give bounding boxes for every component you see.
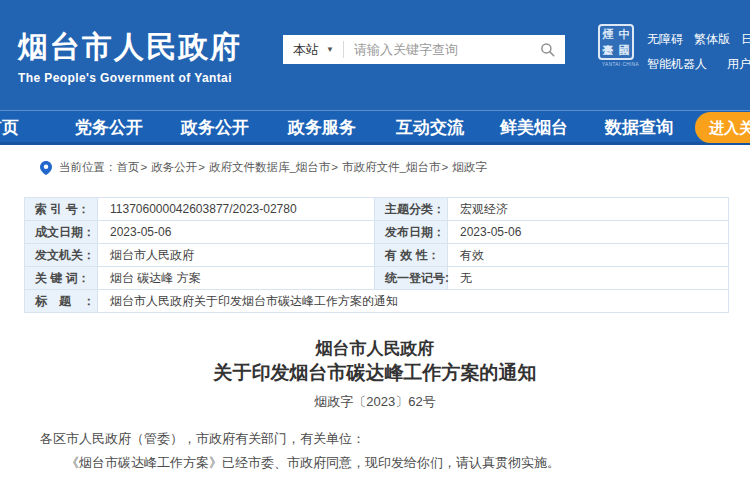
document-paragraph-salutation: 各区市人民政府（管委），市政府有关部门，有关单位： <box>40 427 720 451</box>
site-header: 烟台市人民政府 The People's Government of Yanta… <box>0 0 750 110</box>
breadcrumb-item-首页[interactable]: 首页 <box>117 161 140 173</box>
document-title-line1: 烟台市人民政府 <box>0 338 750 360</box>
meta-value: 有效 <box>448 244 729 267</box>
meta-value: 2023-05-06 <box>98 221 375 244</box>
meta-table-row: 索 引 号：113706000042603877/2023-02780主题分类：… <box>25 198 729 221</box>
site-subtitle: The People's Government of Yantai <box>18 71 242 85</box>
document-number: 烟政字〔2023〕62号 <box>0 393 750 411</box>
breadcrumb-items: 首页>政务公开>政府文件数据库_烟台市>市政府文件_烟台市>烟政字 <box>117 160 487 175</box>
meta-table-row: 发文机关：烟台市人民政府有 效 性：有效 <box>25 244 729 267</box>
nav-item-鲜美烟台[interactable]: 鲜美烟台 <box>500 110 568 145</box>
search-scope-label: 本站 <box>293 41 319 59</box>
breadcrumb: 当前位置： 首页>政务公开>政府文件数据库_烟台市>市政府文件_烟台市>烟政字 <box>40 160 487 175</box>
breadcrumb-separator: > <box>441 161 448 173</box>
meta-label: 标 题 ： <box>25 290 98 313</box>
search-bar: 本站 ▼ <box>283 35 565 64</box>
quick-link-智能机器人[interactable]: 智能机器人 <box>647 56 707 73</box>
seal-character: 臺 <box>600 42 616 58</box>
breadcrumb-separator: > <box>141 161 148 173</box>
meta-value: 烟台市人民政府关于印发烟台市碳达峰工作方案的通知 <box>98 290 729 313</box>
site-title: 烟台市人民政府 <box>18 27 242 68</box>
quick-links-row1: 无障碍繁体版日本语版 <box>647 31 750 48</box>
seal-caption: YANTAI·CHINA <box>602 62 630 67</box>
quick-links-row2: 智能机器人用户中心 <box>647 56 750 73</box>
meta-table: 索 引 号：113706000042603877/2023-02780主题分类：… <box>24 197 729 313</box>
nav-item-党务公开[interactable]: 党务公开 <box>75 110 143 145</box>
meta-label: 发文机关： <box>25 244 98 267</box>
breadcrumb-item-政府文件数据库_烟台市[interactable]: 政府文件数据库_烟台市 <box>209 161 330 173</box>
meta-value: 113706000042603877/2023-02780 <box>98 198 375 221</box>
breadcrumb-separator: > <box>198 161 205 173</box>
meta-label: 成文日期： <box>25 221 98 244</box>
meta-value: 烟台市人民政府 <box>98 244 375 267</box>
search-button[interactable] <box>536 42 565 57</box>
document-paragraph-main: 《烟台市碳达峰工作方案》已经市委、市政府同意，现印发给你们，请认真贯彻实施。 <box>40 451 720 475</box>
quick-link-无障碍[interactable]: 无障碍 <box>647 31 683 48</box>
yantai-china-seal-logo[interactable]: 煙中臺國 YANTAI·CHINA <box>598 24 634 68</box>
seal-character: 中 <box>616 26 632 42</box>
meta-label: 发布日期： <box>375 221 448 244</box>
seal-character: 國 <box>616 42 632 58</box>
care-mode-button[interactable]: 进入关怀版 <box>695 112 750 143</box>
nav-item-政务公开[interactable]: 政务公开 <box>181 110 249 145</box>
search-scope-dropdown[interactable]: 本站 ▼ <box>283 41 344 58</box>
meta-table-title-row: 标 题 ：烟台市人民政府关于印发烟台市碳达峰工作方案的通知 <box>25 290 729 313</box>
chevron-down-icon: ▼ <box>326 46 334 54</box>
meta-table-row: 成文日期：2023-05-06发布日期：2023-05-06 <box>25 221 729 244</box>
meta-label: 统一登记号: <box>375 267 448 290</box>
meta-label: 关 键 词： <box>25 267 98 290</box>
quick-links: 无障碍繁体版日本语版 智能机器人用户中心 <box>647 31 750 73</box>
quick-link-繁体版[interactable]: 繁体版 <box>694 31 730 48</box>
document-header: 烟台市人民政府 关于印发烟台市碳达峰工作方案的通知 烟政字〔2023〕62号 <box>0 338 750 411</box>
breadcrumb-item-市政府文件_烟台市[interactable]: 市政府文件_烟台市 <box>342 161 440 173</box>
page-root: 烟台市人民政府 The People's Government of Yanta… <box>0 0 750 477</box>
quick-link-用户中心[interactable]: 用户中心 <box>727 56 750 73</box>
breadcrumb-item-烟政字[interactable]: 烟政字 <box>452 161 487 173</box>
seal-character: 煙 <box>600 26 616 42</box>
meta-label: 主题分类： <box>375 198 448 221</box>
meta-label: 索 引 号： <box>25 198 98 221</box>
meta-value: 烟台 碳达峰 方案 <box>98 267 375 290</box>
location-pin-icon <box>40 161 52 175</box>
nav-item-数据查询[interactable]: 数据查询 <box>605 110 673 145</box>
breadcrumb-label: 当前位置： <box>59 160 117 175</box>
meta-table-row: 关 键 词：烟台 碳达峰 方案统一登记号:无 <box>25 267 729 290</box>
breadcrumb-separator: > <box>331 161 338 173</box>
quick-link-日本语版[interactable]: 日本语版 <box>741 31 750 48</box>
meta-value: 宏观经济 <box>448 198 729 221</box>
main-nav: 进入关怀版 首页党务公开政务公开政务服务互动交流鲜美烟台数据查询 <box>0 110 750 145</box>
breadcrumb-item-政务公开[interactable]: 政务公开 <box>151 161 197 173</box>
search-icon <box>540 42 555 57</box>
seal-icon: 煙中臺國 <box>598 24 634 60</box>
nav-item-首页[interactable]: 首页 <box>0 110 19 145</box>
search-input[interactable] <box>344 35 536 64</box>
nav-item-互动交流[interactable]: 互动交流 <box>396 110 464 145</box>
nav-item-政务服务[interactable]: 政务服务 <box>288 110 356 145</box>
document-title-line2: 关于印发烟台市碳达峰工作方案的通知 <box>0 360 750 386</box>
meta-value: 2023-05-06 <box>448 221 729 244</box>
site-brand: 烟台市人民政府 The People's Government of Yanta… <box>18 27 242 85</box>
document-body: 各区市人民政府（管委），市政府有关部门，有关单位： 《烟台市碳达峰工作方案》已经… <box>40 427 720 475</box>
meta-label: 有 效 性： <box>375 244 448 267</box>
meta-value: 无 <box>448 267 729 290</box>
